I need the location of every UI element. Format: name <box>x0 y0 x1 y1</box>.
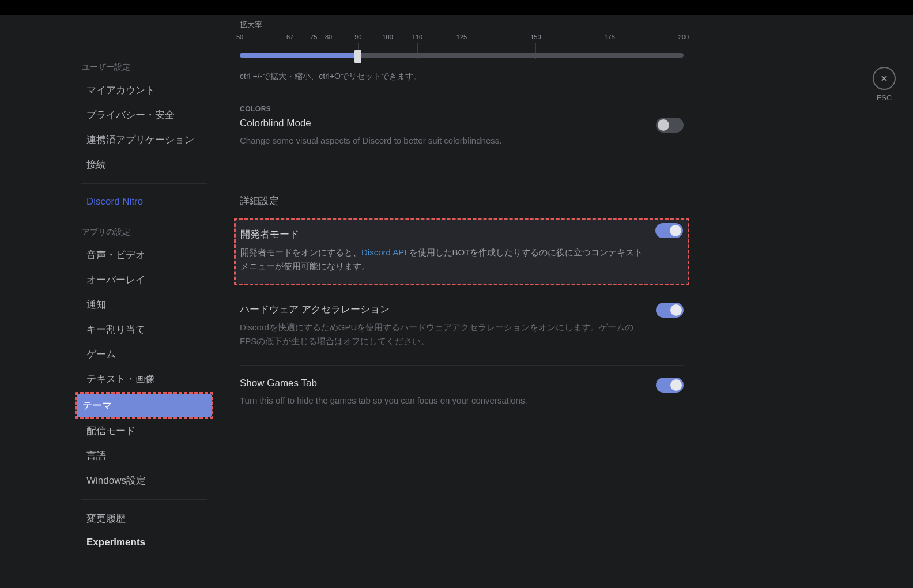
colorblind-desc: Change some visual aspects of Discord to… <box>240 134 643 148</box>
sidebar-item[interactable]: Windows設定 <box>81 469 207 492</box>
sidebar-item[interactable]: 連携済アプリケーション <box>81 128 207 152</box>
sidebar-item[interactable]: 言語 <box>81 444 207 468</box>
tick-label: 200 <box>678 33 689 40</box>
section-header-user: ユーザー設定 <box>81 62 207 73</box>
setting-hw-accel: ハードウェア アクセラレーション Discordを快適にするためGPUを使用する… <box>240 303 684 366</box>
sidebar-item[interactable]: マイアカウント <box>81 78 207 102</box>
sidebar-item[interactable]: テキスト・画像 <box>81 367 207 391</box>
devmode-title: 開発者モード <box>240 228 683 241</box>
sidebar-item[interactable]: キー割り当て <box>81 318 207 341</box>
tick-label: 150 <box>530 33 541 40</box>
esc-label: ESC <box>873 93 896 102</box>
discord-api-link[interactable]: Discord API <box>361 247 406 257</box>
tick-label: 175 <box>604 33 614 40</box>
sidebar-item-theme[interactable]: テーマ <box>77 394 212 417</box>
tick-label: 90 <box>354 33 361 40</box>
divider <box>81 499 207 500</box>
divider <box>81 183 207 184</box>
zoom-slider[interactable]: 5067758090100110125150175200 <box>240 33 684 66</box>
sidebar-item[interactable]: 接続 <box>81 153 207 176</box>
setting-games-tab: Show Games Tab Turn this off to hide the… <box>240 378 684 425</box>
section-header-app: アプリの設定 <box>81 227 207 238</box>
games-title: Show Games Tab <box>240 378 684 389</box>
hw-title: ハードウェア アクセラレーション <box>240 303 684 316</box>
slider-fill <box>240 53 358 58</box>
zoom-label: 拡大率 <box>240 20 684 30</box>
hw-toggle[interactable] <box>656 303 684 318</box>
close-icon[interactable] <box>873 67 896 90</box>
sidebar-item[interactable]: 配信モード <box>81 419 207 443</box>
tick-label: 75 <box>310 33 317 40</box>
hw-desc: Discordを快適にするためGPUを使用するハードウェアアクセラレーションをオ… <box>240 321 643 348</box>
sidebar-item[interactable]: 通知 <box>81 293 207 316</box>
sidebar-item-nitro[interactable]: Discord Nitro <box>81 191 207 213</box>
highlight-theme-item: テーマ <box>75 392 213 419</box>
games-desc: Turn this off to hide the games tab so y… <box>240 394 643 408</box>
games-toggle[interactable] <box>656 378 684 393</box>
colorblind-title: Colorblind Mode <box>240 118 684 129</box>
devmode-desc: 開発者モードをオンにすると、Discord API を使用したBOTを作成したり… <box>240 246 644 273</box>
zoom-hint: ctrl +/-で拡大・縮小、ctrl+Oでリセットできます。 <box>240 71 684 82</box>
settings-content: ESC 拡大率 5067758090100110125150175200 ctr… <box>240 15 913 588</box>
colors-header: COLORS <box>240 105 684 113</box>
highlight-developer-mode: 開発者モード 開発者モードをオンにすると、Discord API を使用したBO… <box>234 218 689 285</box>
colorblind-toggle[interactable] <box>656 118 684 133</box>
sidebar-item[interactable]: オーバーレイ <box>81 268 207 292</box>
sidebar-item[interactable]: プライバシー・安全 <box>81 103 207 127</box>
advanced-header: 詳細設定 <box>240 194 684 208</box>
setting-colorblind: Colorblind Mode Change some visual aspec… <box>240 118 684 165</box>
devmode-desc-pre: 開発者モードをオンにすると、 <box>240 247 361 257</box>
tick-label: 125 <box>456 33 467 40</box>
divider <box>81 220 207 220</box>
tick-label: 67 <box>286 33 293 40</box>
tick-label: 50 <box>236 33 243 40</box>
sidebar-item-experiments[interactable]: Experiments <box>81 532 207 553</box>
tick-label: 100 <box>382 33 393 40</box>
sidebar-item[interactable]: ゲーム <box>81 342 207 366</box>
titlebar <box>0 0 913 15</box>
close-settings[interactable]: ESC <box>873 67 896 102</box>
sidebar-item-changelog[interactable]: 変更履歴 <box>81 507 207 530</box>
tick-label: 110 <box>412 33 422 40</box>
slider-thumb[interactable] <box>354 50 361 63</box>
settings-sidebar: ユーザー設定 マイアカウントプライバシー・安全連携済アプリケーション接続 Dis… <box>0 15 240 588</box>
sidebar-item[interactable]: 音声・ビデオ <box>81 243 207 267</box>
devmode-toggle[interactable] <box>655 223 683 238</box>
tick-label: 80 <box>325 33 332 40</box>
